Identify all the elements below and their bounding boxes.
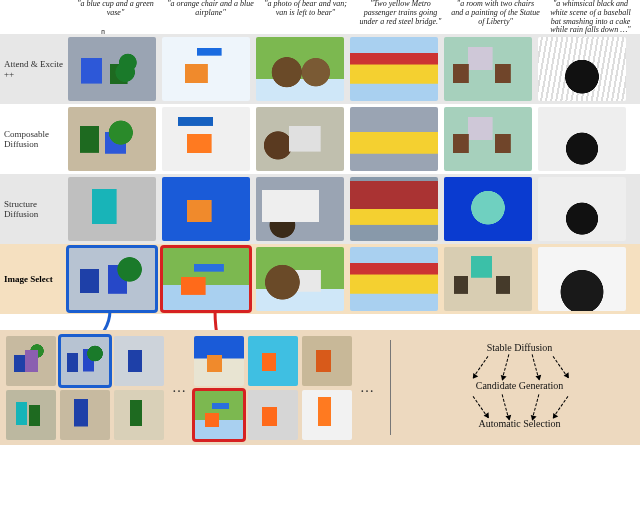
cand-a-5 [114,390,164,440]
cells [68,37,640,101]
row-composable: Composable Diffusion [0,104,640,174]
cand-b-0 [194,336,244,386]
img-is-4 [444,247,532,311]
img-ae-0 [68,37,156,101]
row-image-select: Image Select [0,244,640,314]
img-ae-4 [444,37,532,101]
cand-a-3 [6,390,56,440]
img-cd-5 [538,107,626,171]
cand-b-5 [302,390,352,440]
img-sd-2 [256,177,344,241]
img-cd-1 [162,107,250,171]
cells [68,247,640,311]
rows-container: Attend & Excite ++ Composable Diffusion [0,34,640,314]
img-sd-4 [444,177,532,241]
img-ae-5 [538,37,626,101]
img-ae-3 [350,37,438,101]
img-sd-0 [68,177,156,241]
row-structure: Structure Diffusion [0,174,640,244]
img-cd-4 [444,107,532,171]
cand-b-2 [302,336,352,386]
candidate-area: … … Stable Diffusion Candidate Generatio… [0,330,640,445]
separator-line [390,340,391,435]
prompt-2: "a photo of bear and van; van is left to… [258,0,353,30]
cells [68,107,640,171]
prompt-5: "a whimsical black and white scene of a … [543,0,638,30]
img-is-0 [68,247,156,311]
row-label: Attend & Excite ++ [0,59,68,80]
img-cd-0 [68,107,156,171]
cand-a-2 [114,336,164,386]
cand-b-1 [248,336,298,386]
cand-a-4 [60,390,110,440]
ellipsis-1: … [358,380,376,396]
cand-a-0 [6,336,56,386]
img-is-2 [256,247,344,311]
prompt-3: "Two yellow Metro passenger trains going… [353,0,448,30]
img-sd-3 [350,177,438,241]
img-is-5 [538,247,626,311]
img-cd-3 [350,107,438,171]
cand-b-3-selected [194,390,244,440]
img-ae-1 [162,37,250,101]
cand-a-1-selected [60,336,110,386]
cells [68,177,640,241]
img-cd-2 [256,107,344,171]
row-label: Structure Diffusion [0,199,68,220]
row-label: Composable Diffusion [0,129,68,150]
prompt-row: "a blue cup and a green vase" "a orange … [68,0,638,30]
row-label: Image Select [0,274,68,284]
pipeline-diagram: Stable Diffusion Candidate Generation Au… [405,336,634,439]
img-is-1 [162,247,250,311]
ellipsis-0: … [170,380,188,396]
figure-root: "a blue cup and a green vase" "a orange … [0,0,640,507]
prompt-1: "a orange chair and a blue airplane" [163,0,258,30]
prompt-0: "a blue cup and a green vase" [68,0,163,30]
img-sd-5 [538,177,626,241]
diagram-arrows [450,352,590,422]
candidate-grid-1 [194,336,352,440]
candidate-grid-0 [6,336,164,440]
img-is-3 [350,247,438,311]
img-sd-1 [162,177,250,241]
cand-b-4 [248,390,298,440]
prompt-4: "a room with two chairs and a painting o… [448,0,543,30]
img-ae-2 [256,37,344,101]
row-attend-excite: Attend & Excite ++ [0,34,640,104]
